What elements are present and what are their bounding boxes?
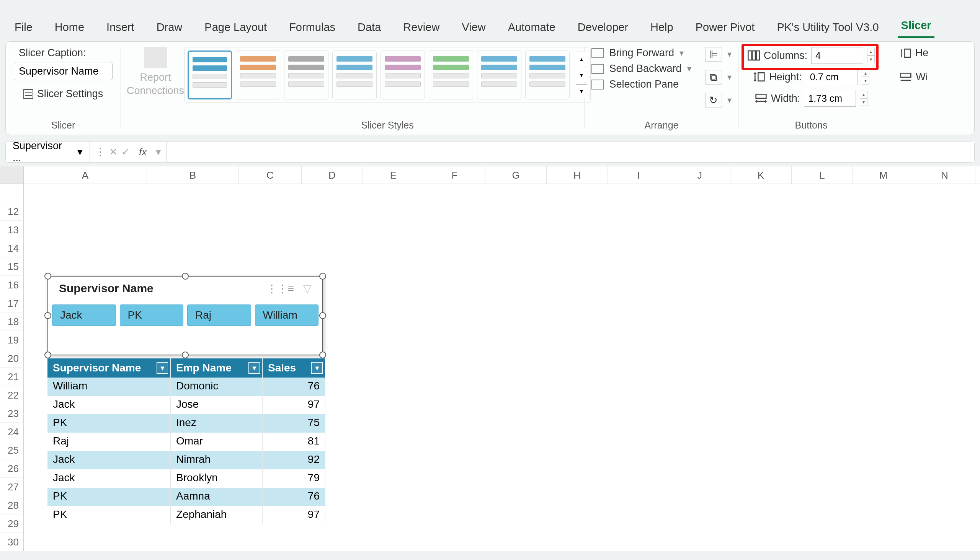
selection-pane-button[interactable]: Selection Pane xyxy=(592,78,691,90)
table-header[interactable]: Sales xyxy=(263,358,325,378)
row-header[interactable]: 22 xyxy=(0,386,24,404)
column-header[interactable]: C xyxy=(239,167,302,183)
table-cell[interactable]: Jack xyxy=(47,451,171,469)
column-header[interactable]: F xyxy=(424,167,485,183)
tab-data[interactable]: Data xyxy=(355,17,384,38)
table-cell[interactable]: Jose xyxy=(171,396,263,414)
column-header[interactable]: G xyxy=(485,167,547,183)
resize-handle[interactable] xyxy=(44,273,51,280)
column-header[interactable]: H xyxy=(547,167,608,183)
row-header[interactable]: 19 xyxy=(0,331,24,349)
resize-handle[interactable] xyxy=(44,352,51,358)
slicer-settings-button[interactable]: Slicer Settings xyxy=(19,85,108,103)
column-header[interactable]: K xyxy=(731,167,792,183)
table-row[interactable]: PKInez75 xyxy=(47,414,325,433)
table-header[interactable]: Emp Name xyxy=(171,358,263,378)
table-cell[interactable]: Aamna xyxy=(171,488,263,506)
tab-draw[interactable]: Draw xyxy=(154,17,186,38)
row-header[interactable] xyxy=(0,184,24,202)
resize-handle[interactable] xyxy=(319,352,326,358)
table-cell[interactable]: Nimrah xyxy=(171,451,263,469)
slicer-item[interactable]: William xyxy=(255,305,319,326)
column-header[interactable]: E xyxy=(363,167,424,183)
table-cell[interactable]: 92 xyxy=(263,451,325,469)
table-cell[interactable]: Zephaniah xyxy=(171,506,263,525)
row-header[interactable]: 12 xyxy=(0,202,24,221)
table-cell[interactable]: 97 xyxy=(263,396,325,414)
button-width-input[interactable] xyxy=(804,90,856,107)
table-row[interactable]: JackBrooklyn79 xyxy=(47,469,325,488)
chevron-down-icon[interactable] xyxy=(727,95,732,105)
chevron-down-icon[interactable] xyxy=(727,49,732,59)
column-header[interactable]: J xyxy=(669,167,731,183)
column-header[interactable]: D xyxy=(302,167,363,183)
table-cell[interactable]: PK xyxy=(47,506,171,525)
resize-handle[interactable] xyxy=(182,273,189,280)
resize-handle[interactable] xyxy=(44,312,51,319)
table-cell[interactable]: 79 xyxy=(263,469,325,488)
table-cell[interactable]: Brooklyn xyxy=(171,469,263,488)
slicer-style-option[interactable] xyxy=(477,50,522,100)
chevron-down-icon[interactable] xyxy=(77,146,83,158)
row-header[interactable]: 17 xyxy=(0,294,24,313)
slicer-item[interactable]: Raj xyxy=(187,305,251,326)
column-header[interactable]: A xyxy=(24,167,147,183)
resize-handle[interactable] xyxy=(319,273,326,280)
filter-dropdown-icon[interactable] xyxy=(311,362,323,374)
tab-pk-utility[interactable]: PK's Utility Tool V3.0 xyxy=(774,17,881,38)
table-cell[interactable]: 81 xyxy=(263,433,325,451)
table-cell[interactable]: PK xyxy=(47,488,171,506)
table-cell[interactable]: 97 xyxy=(263,506,325,525)
insert-function-button[interactable]: fx xyxy=(134,146,152,158)
slicer-object[interactable]: Supervisor Name ⋮⋮≡ ▽ JackPKRajWilliam xyxy=(47,276,323,355)
row-header[interactable]: 21 xyxy=(0,368,24,386)
formula-input[interactable] xyxy=(167,142,974,162)
slicer-style-option[interactable] xyxy=(525,50,570,100)
row-header[interactable]: 15 xyxy=(0,257,24,276)
resize-handle[interactable] xyxy=(319,312,326,319)
column-header[interactable]: L xyxy=(792,167,853,183)
confirm-icon[interactable]: ✓ xyxy=(121,146,130,158)
slicer-style-option[interactable] xyxy=(187,50,232,100)
row-header[interactable]: 16 xyxy=(0,276,24,294)
filter-dropdown-icon[interactable] xyxy=(157,362,168,374)
table-cell[interactable]: Jack xyxy=(47,469,171,488)
row-header[interactable]: 13 xyxy=(0,221,24,239)
chevron-down-icon[interactable] xyxy=(687,64,691,74)
row-header[interactable]: 26 xyxy=(0,459,24,478)
row-header[interactable]: 14 xyxy=(0,239,24,257)
table-row[interactable]: PKAamna76 xyxy=(47,488,325,506)
column-header[interactable]: N xyxy=(914,167,975,183)
slicer-item[interactable]: PK xyxy=(120,305,184,326)
height-up-button[interactable]: ▴ xyxy=(862,69,870,77)
slicer-style-option[interactable] xyxy=(332,50,377,100)
width-down-button[interactable]: ▾ xyxy=(860,98,868,106)
row-header[interactable]: 29 xyxy=(0,515,24,533)
tab-review[interactable]: Review xyxy=(400,17,443,38)
send-backward-button[interactable]: Send Backward xyxy=(592,63,691,75)
slicer-style-option[interactable] xyxy=(429,50,473,100)
row-header[interactable]: 24 xyxy=(0,423,24,441)
table-cell[interactable]: 75 xyxy=(263,414,325,433)
tab-home[interactable]: Home xyxy=(52,17,87,38)
row-header[interactable]: 28 xyxy=(0,496,24,515)
tab-view[interactable]: View xyxy=(458,17,488,38)
slicer-item[interactable]: Jack xyxy=(52,305,116,326)
tab-automate[interactable]: Automate xyxy=(505,17,559,38)
table-row[interactable]: JackJose97 xyxy=(47,396,325,414)
tab-help[interactable]: Help xyxy=(647,17,676,38)
chevron-down-icon[interactable] xyxy=(679,48,684,58)
row-header[interactable]: 20 xyxy=(0,349,24,368)
more-icon[interactable]: ⋮ xyxy=(95,146,105,158)
width-up-button[interactable]: ▴ xyxy=(860,91,868,98)
column-header[interactable]: I xyxy=(608,167,669,183)
row-header[interactable]: 18 xyxy=(0,313,24,331)
table-row[interactable]: JackNimrah92 xyxy=(47,451,325,469)
tab-slicer[interactable]: Slicer xyxy=(898,15,935,38)
clear-filter-icon[interactable]: ▽ xyxy=(303,282,312,295)
name-box[interactable]: Supervisor ... xyxy=(6,142,90,162)
column-header[interactable]: M xyxy=(853,167,914,183)
rotate-button[interactable]: ↻ xyxy=(705,93,722,107)
tab-page-layout[interactable]: Page Layout xyxy=(201,17,270,38)
chevron-down-icon[interactable] xyxy=(727,72,732,82)
